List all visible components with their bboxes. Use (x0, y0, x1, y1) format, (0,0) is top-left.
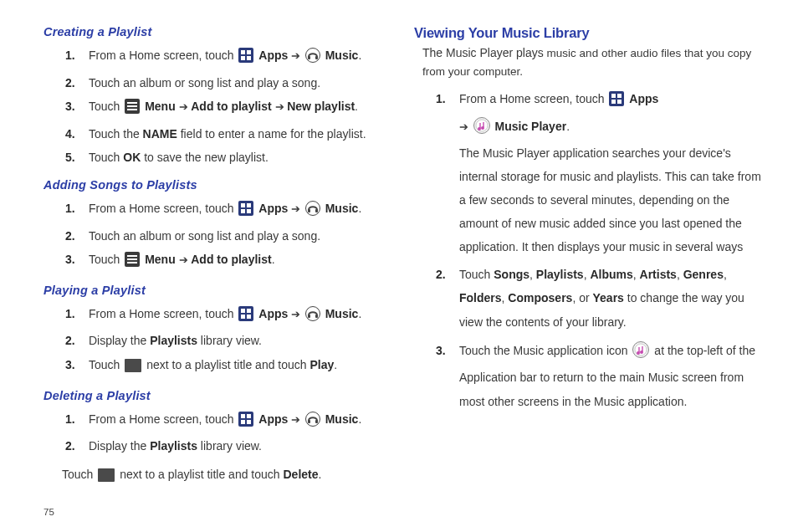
music-icon (305, 412, 320, 434)
step: Touch next to a playlist title and touch… (89, 353, 392, 381)
step: From a Home screen, touch Apps ➔ Music P… (459, 86, 763, 262)
apps-icon (238, 306, 253, 329)
music-icon (305, 306, 320, 329)
step: From a Home screen, touch Apps ➔ Music. (89, 43, 392, 71)
apps-icon (238, 201, 253, 223)
step: From a Home screen, touch Apps ➔ Music. (89, 407, 392, 435)
step: Display the Playlists library view. (89, 434, 392, 458)
apps-icon (238, 48, 253, 70)
page: Creating a Playlist From a Home screen, … (0, 0, 798, 532)
steps-deleting: From a Home screen, touch Apps ➔ Music. … (43, 407, 392, 458)
step-paragraph: The Music Player application searches yo… (459, 141, 763, 258)
heading-adding: Adding Songs to Playlists (43, 178, 392, 192)
music-player-icon (632, 341, 649, 366)
blank-icon (98, 467, 115, 489)
step: Touch the Music application icon at the … (459, 338, 763, 417)
step: From a Home screen, touch Apps ➔ Music. (89, 197, 392, 224)
apps-icon (238, 412, 253, 434)
heading-creating: Creating a Playlist (43, 25, 392, 38)
step: Touch Songs, Playlists, Albums, Artists,… (459, 262, 763, 338)
steps-viewing: From a Home screen, touch Apps ➔ Music P… (414, 86, 763, 417)
step: Touch the NAME field to enter a name for… (89, 122, 392, 146)
step: Display the Playlists library view. (89, 329, 392, 353)
heading-playing: Playing a Playlist (43, 284, 392, 297)
menu-icon (125, 252, 140, 274)
step: Touch Menu ➔ Add to playlist. (89, 248, 392, 275)
step: Touch an album or song list and play a s… (89, 224, 392, 248)
step: Touch OK to save the new playlist. (89, 146, 392, 170)
steps-creating: From a Home screen, touch Apps ➔ Music. … (43, 43, 392, 170)
heading-deleting: Deleting a Playlist (43, 389, 392, 402)
unnumbered-step: Touch next to a playlist title and touch… (62, 463, 392, 489)
menu-icon (125, 99, 140, 121)
page-number: 75 (43, 499, 392, 517)
step: From a Home screen, touch Apps ➔ Music. (89, 302, 392, 330)
right-column: Viewing Your Music Library The Music Pla… (414, 22, 763, 517)
steps-playing: From a Home screen, touch Apps ➔ Music. … (43, 302, 392, 381)
left-column: Creating a Playlist From a Home screen, … (43, 22, 392, 517)
steps-adding: From a Home screen, touch Apps ➔ Music. … (43, 197, 392, 275)
music-icon (305, 48, 320, 70)
apps-icon (609, 90, 624, 115)
music-icon (305, 201, 320, 223)
step: Touch an album or song list and play a s… (89, 71, 392, 95)
intro-text: The Music Player plays music and other a… (422, 44, 763, 81)
heading-viewing: Viewing Your Music Library (414, 25, 763, 41)
blank-icon (125, 357, 141, 380)
step: Touch Menu ➔ Add to playlist ➔ New playl… (89, 95, 392, 122)
music-player-icon (473, 117, 490, 141)
